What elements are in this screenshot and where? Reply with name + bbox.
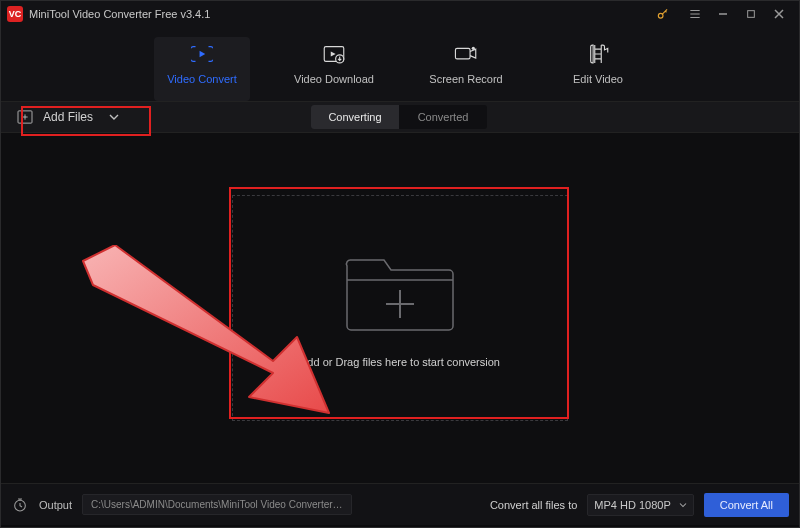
chevron-down-icon <box>679 502 687 508</box>
convert-all-button[interactable]: Convert All <box>704 493 789 517</box>
app-logo: VC <box>7 6 23 22</box>
chevron-down-icon <box>109 113 119 121</box>
tab-edit-video[interactable]: Edit Video <box>550 37 646 101</box>
drop-zone[interactable]: Add or Drag files here to start conversi… <box>232 195 568 421</box>
output-path-field[interactable]: C:\Users\ADMIN\Documents\MiniTool Video … <box>82 494 352 515</box>
conversion-state-segmented: Converting Converted <box>311 105 487 129</box>
tab-video-download[interactable]: Video Download <box>286 37 382 101</box>
secondary-bar: Add Files Converting Converted <box>1 101 799 133</box>
add-file-icon <box>17 110 33 124</box>
svg-point-5 <box>472 47 475 50</box>
maximize-button[interactable] <box>737 1 765 27</box>
hamburger-menu-icon[interactable] <box>681 1 709 27</box>
close-button[interactable] <box>765 1 793 27</box>
output-format-value: MP4 HD 1080P <box>594 499 670 511</box>
svg-rect-4 <box>455 48 470 59</box>
add-files-label: Add Files <box>43 110 93 124</box>
drop-zone-hint: Add or Drag files here to start conversi… <box>300 356 500 368</box>
output-format-selector[interactable]: MP4 HD 1080P <box>587 494 693 516</box>
clock-icon[interactable] <box>11 496 29 514</box>
tab-label: Video Download <box>294 73 374 85</box>
add-files-button[interactable]: Add Files <box>7 102 129 132</box>
output-label: Output <box>39 499 72 511</box>
tab-video-convert[interactable]: Video Convert <box>154 37 250 101</box>
convert-all-to-label: Convert all files to <box>490 499 577 511</box>
seg-converted[interactable]: Converted <box>399 105 487 129</box>
svg-rect-1 <box>748 11 755 18</box>
app-title: MiniTool Video Converter Free v3.4.1 <box>29 8 210 20</box>
tab-label: Video Convert <box>167 73 237 85</box>
title-bar: VC MiniTool Video Converter Free v3.4.1 <box>1 1 799 27</box>
tab-label: Edit Video <box>573 73 623 85</box>
main-area: Add or Drag files here to start conversi… <box>1 133 799 483</box>
footer-bar: Output C:\Users\ADMIN\Documents\MiniTool… <box>1 483 799 525</box>
minimize-button[interactable] <box>709 1 737 27</box>
seg-converting[interactable]: Converting <box>311 105 399 129</box>
tab-label: Screen Record <box>429 73 502 85</box>
key-icon[interactable] <box>649 1 677 27</box>
tab-screen-record[interactable]: Screen Record <box>418 37 514 101</box>
folder-plus-icon <box>341 248 459 338</box>
main-nav-tabs: Video Convert Video Download Screen Reco… <box>1 27 799 101</box>
